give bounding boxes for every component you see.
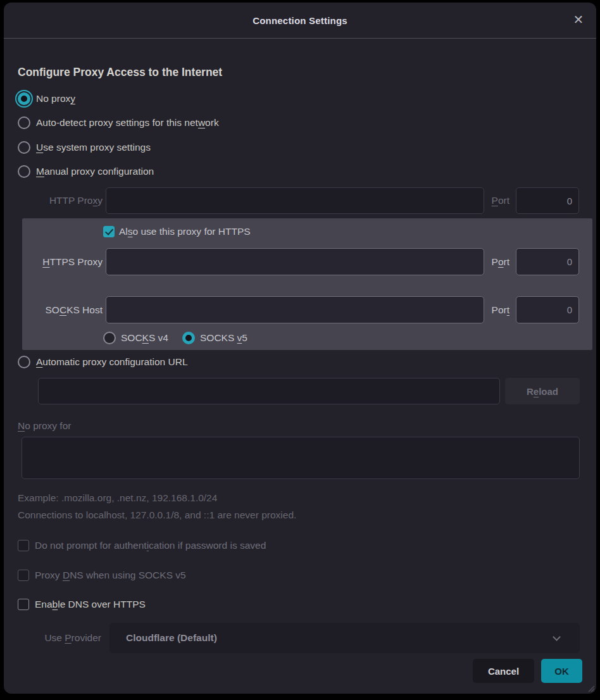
http-proxy-label: HTTP Proxy <box>18 187 103 214</box>
no-proxy-note-text: Connections to localhost, 127.0.0.1/8, a… <box>18 509 296 521</box>
https-proxy-label: HTTPS Proxy <box>18 248 103 275</box>
http-port-input[interactable] <box>516 187 579 214</box>
checkbox-proxy-dns[interactable]: Proxy DNS when using SOCKS v5 <box>18 567 186 584</box>
http-proxy-input[interactable] <box>106 187 484 214</box>
proxy-dns-label: Proxy DNS when using SOCKS v5 <box>35 570 186 581</box>
resize-grip[interactable] <box>585 682 595 692</box>
close-icon[interactable]: ✕ <box>570 11 587 28</box>
checkbox-icon <box>18 540 29 551</box>
checkbox-no-prompt-auth[interactable]: Do not prompt for authentication if pass… <box>18 537 266 554</box>
automatic-proxy-label: Automatic proxy configuration URL <box>36 356 188 368</box>
radio-icon <box>18 356 30 368</box>
radio-automatic-proxy[interactable]: Automatic proxy configuration URL <box>18 353 188 371</box>
checked-checkbox-icon <box>103 226 115 237</box>
checkbox-also-use-https[interactable]: Also use this proxy for HTTPS <box>103 224 251 239</box>
http-port-label: Port <box>468 187 509 214</box>
also-use-https-label: Also use this proxy for HTTPS <box>119 226 251 237</box>
checkbox-enable-doh[interactable]: Enable DNS over HTTPS <box>18 596 146 613</box>
provider-selected-value: Cloudflare (Default) <box>126 632 217 644</box>
radio-icon <box>103 332 116 344</box>
socks-v4-label: SOCKS v4 <box>121 332 168 344</box>
cancel-button[interactable]: Cancel <box>473 659 534 683</box>
https-proxy-input[interactable] <box>106 248 484 275</box>
socks-host-label: SOCKS Host <box>18 296 103 323</box>
socks-v5-label: SOCKS v5 <box>200 332 247 344</box>
https-port-input[interactable] <box>516 248 579 275</box>
enable-doh-label: Enable DNS over HTTPS <box>35 599 146 610</box>
radio-socks-v4[interactable]: SOCKS v4 <box>103 330 168 346</box>
chevron-down-icon <box>553 633 561 641</box>
reload-button[interactable]: Reload <box>505 378 580 404</box>
no-proxy-for-textarea[interactable] <box>22 437 580 479</box>
page-title: Configure Proxy Access to the Internet <box>18 66 222 79</box>
use-provider-label: Use Provider <box>18 623 101 653</box>
dialog-title: Connection Settings <box>253 15 347 26</box>
https-port-label: Port <box>468 248 509 275</box>
radio-auto-detect-label: Auto-detect proxy settings for this netw… <box>36 117 219 128</box>
proxy-url-input[interactable] <box>38 378 500 404</box>
radio-manual-proxy[interactable]: Manual proxy configuration <box>18 163 154 180</box>
no-proxy-example-text: Example: .mozilla.org, .net.nz, 192.168.… <box>18 492 217 504</box>
ok-button[interactable]: OK <box>541 659 582 683</box>
radio-socks-v5[interactable]: SOCKS v5 <box>182 330 247 346</box>
titlebar: Connection Settings ✕ <box>4 3 596 39</box>
radio-icon <box>18 165 30 178</box>
radio-icon <box>18 116 30 129</box>
radio-manual-proxy-label: Manual proxy configuration <box>36 166 154 177</box>
provider-select[interactable]: Cloudflare (Default) <box>109 623 580 653</box>
socks-port-label: Port <box>468 296 509 323</box>
radio-no-proxy-label: No proxy <box>36 93 75 104</box>
no-proxy-for-label: No proxy for <box>18 418 71 434</box>
no-prompt-auth-label: Do not prompt for authentication if pass… <box>35 540 266 551</box>
radio-selected-icon <box>182 332 195 344</box>
socks-host-input[interactable] <box>106 296 484 323</box>
radio-auto-detect[interactable]: Auto-detect proxy settings for this netw… <box>18 114 219 132</box>
checkbox-icon <box>18 570 29 581</box>
radio-use-system-label: Use system proxy settings <box>36 142 151 153</box>
socks-port-input[interactable] <box>516 296 579 323</box>
radio-icon <box>18 141 30 154</box>
radio-no-proxy[interactable]: No proxy <box>18 90 75 108</box>
radio-selected-icon <box>18 92 30 105</box>
radio-use-system[interactable]: Use system proxy settings <box>18 139 151 156</box>
connection-settings-dialog: Connection Settings ✕ Configure Proxy Ac… <box>4 3 596 694</box>
checkbox-icon <box>18 599 29 610</box>
